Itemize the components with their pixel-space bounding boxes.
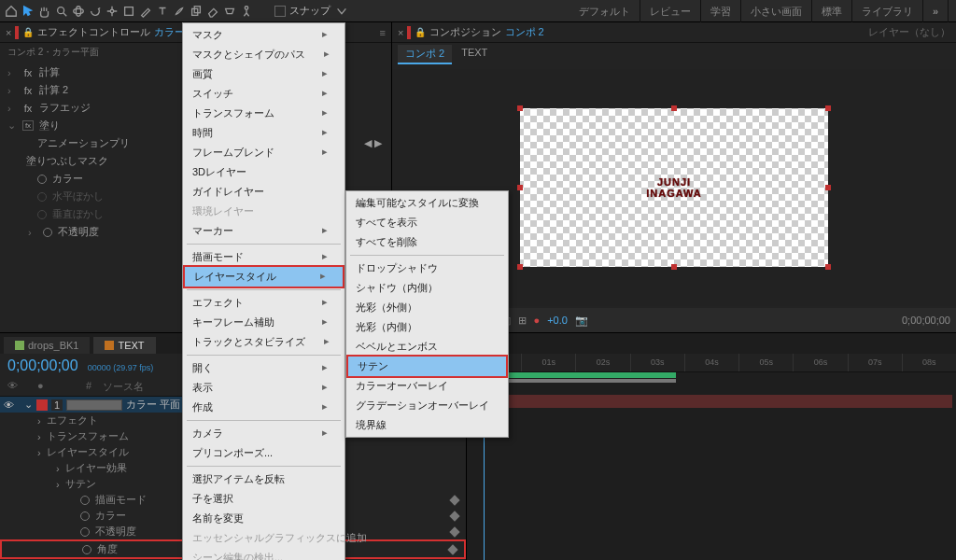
menu-item[interactable]: レイヤースタイル▸ bbox=[183, 265, 344, 288]
close-tab-icon[interactable]: × bbox=[6, 27, 11, 38]
menu-item[interactable]: 3Dレイヤー bbox=[183, 162, 344, 182]
workspace-more-icon[interactable]: » bbox=[923, 0, 949, 22]
menu-item[interactable]: トランスフォーム▸ bbox=[183, 104, 344, 123]
canvas[interactable]: JUNJI INAGAWA bbox=[520, 108, 828, 267]
text-tool-icon[interactable] bbox=[155, 4, 170, 19]
menu-item[interactable]: 境界線 bbox=[346, 415, 508, 435]
pen-tool-icon[interactable] bbox=[138, 4, 153, 19]
menu-item[interactable]: プリコンポーズ... bbox=[183, 443, 344, 463]
rect-tool-icon[interactable] bbox=[121, 4, 136, 19]
timeline-tab: drops_BK1 bbox=[4, 337, 90, 354]
stopwatch-icon bbox=[82, 545, 91, 554]
home-icon[interactable] bbox=[4, 4, 19, 19]
rotate-tool-icon[interactable] bbox=[88, 4, 103, 19]
menu-item[interactable]: 光彩（外側） bbox=[346, 298, 508, 317]
channel-icon[interactable]: ● bbox=[534, 315, 541, 326]
snapshot-icon[interactable]: 📷 bbox=[575, 315, 588, 327]
selection-tool-icon[interactable] bbox=[21, 4, 35, 19]
workspace-learn[interactable]: 学習 bbox=[701, 0, 741, 22]
resize-handle[interactable] bbox=[517, 264, 523, 270]
layer-color-icon bbox=[36, 399, 48, 411]
menu-item[interactable]: カメラ▸ bbox=[183, 424, 344, 443]
close-tab-icon[interactable]: × bbox=[398, 27, 403, 38]
lock-icon[interactable]: 🔒 bbox=[22, 27, 34, 37]
resize-handle[interactable] bbox=[517, 105, 523, 111]
menu-item[interactable]: 作成▸ bbox=[183, 398, 344, 417]
menu-item[interactable]: 子を選択 bbox=[183, 489, 344, 509]
menu-item[interactable]: 画質▸ bbox=[183, 64, 344, 84]
menu-item[interactable]: ベベルとエンボス bbox=[346, 337, 508, 357]
timecode-sub: 00000 (29.97 fps) bbox=[88, 363, 154, 372]
brush-tool-icon[interactable] bbox=[172, 4, 187, 19]
hand-tool-icon[interactable] bbox=[37, 4, 52, 19]
menu-item[interactable]: マーカー▸ bbox=[183, 221, 344, 241]
resize-handle[interactable] bbox=[671, 105, 677, 111]
menu-item[interactable]: 表示▸ bbox=[183, 378, 344, 398]
svg-point-0 bbox=[58, 7, 64, 13]
menu-item[interactable]: 選択アイテムを反転 bbox=[183, 469, 344, 489]
panel-menu-icon[interactable]: ≡ bbox=[380, 27, 386, 38]
ruler-tick: 06s bbox=[793, 354, 847, 371]
menu-item[interactable]: グラデーションオーバーレイ bbox=[346, 396, 508, 415]
workspace-review[interactable]: レビュー bbox=[640, 0, 701, 22]
menu-item[interactable]: マスクとシェイプのパス▸ bbox=[183, 45, 344, 64]
menu-item[interactable]: カラーオーバーレイ bbox=[346, 376, 508, 396]
stopwatch-icon bbox=[80, 527, 90, 537]
menu-item[interactable]: 開く▸ bbox=[183, 358, 344, 378]
lock-icon[interactable]: 🔒 bbox=[415, 27, 426, 37]
clone-tool-icon[interactable] bbox=[189, 4, 204, 19]
orbit-tool-icon[interactable] bbox=[71, 4, 86, 19]
menu-item[interactable]: サテン bbox=[346, 355, 508, 378]
menu-item[interactable]: スイッチ▸ bbox=[183, 84, 344, 104]
viewer-tc[interactable]: 0;00;00;00 bbox=[902, 315, 950, 326]
exposure[interactable]: +0.0 bbox=[547, 315, 568, 326]
menu-item[interactable]: 名前を変更 bbox=[183, 509, 344, 528]
resize-handle[interactable] bbox=[825, 105, 831, 111]
menu-item[interactable]: フレームブレンド▸ bbox=[183, 143, 344, 162]
resize-handle[interactable] bbox=[825, 264, 831, 270]
anchor-tool-icon[interactable] bbox=[105, 4, 120, 19]
panel-color-icon bbox=[407, 26, 411, 39]
svg-point-3 bbox=[110, 9, 114, 13]
eraser-tool-icon[interactable] bbox=[205, 4, 220, 19]
stopwatch-icon bbox=[37, 175, 47, 184]
workspace-standard[interactable]: 標準 bbox=[812, 0, 852, 22]
resize-handle[interactable] bbox=[517, 185, 523, 190]
stopwatch-icon bbox=[43, 228, 52, 237]
snap-label: スナップ bbox=[289, 4, 330, 18]
guide-icon[interactable]: ⊞ bbox=[518, 315, 527, 327]
snap-checkbox[interactable] bbox=[274, 6, 286, 17]
resize-handle[interactable] bbox=[825, 185, 831, 190]
zoom-tool-icon[interactable] bbox=[54, 4, 69, 19]
puppet-tool-icon[interactable] bbox=[239, 4, 254, 19]
snap-opt-icon[interactable] bbox=[334, 4, 349, 19]
workspace-default[interactable]: デフォルト bbox=[569, 0, 640, 22]
menu-item[interactable]: キーフレーム補助▸ bbox=[183, 313, 344, 332]
menu-item[interactable]: 描画モード▸ bbox=[183, 247, 344, 267]
resize-handle[interactable] bbox=[671, 264, 677, 270]
ruler-tick: 04s bbox=[684, 354, 738, 371]
menu-item[interactable]: ドロップシャドウ bbox=[346, 259, 508, 278]
menu-item[interactable]: エフェクト▸ bbox=[183, 293, 344, 313]
menu-item[interactable]: 時間▸ bbox=[183, 123, 344, 143]
time-ruler: 01s02s03s04s05s06s07s08s bbox=[467, 354, 956, 372]
menu-item[interactable]: トラックとスタビライズ▸ bbox=[183, 332, 344, 352]
menu-item[interactable]: 光彩（内側） bbox=[346, 317, 508, 337]
menu-item: エッセンシャルグラフィックスに追加 bbox=[183, 528, 344, 548]
tab-text[interactable]: TEXT bbox=[454, 45, 495, 64]
tab-comp2[interactable]: コンポ 2 bbox=[398, 45, 452, 64]
timeline-right[interactable]: 01s02s03s04s05s06s07s08s bbox=[467, 354, 956, 560]
comp-tabs: コンポ 2 TEXT bbox=[392, 43, 956, 66]
layer-none-label: レイヤー（なし） bbox=[868, 25, 950, 39]
workspace-small[interactable]: 小さい画面 bbox=[741, 0, 812, 22]
menu-item[interactable]: ガイドレイヤー bbox=[183, 182, 344, 202]
workspace-library[interactable]: ライブラリ bbox=[852, 0, 923, 22]
roto-tool-icon[interactable] bbox=[222, 4, 237, 19]
menu-item[interactable]: すべてを表示 bbox=[346, 213, 508, 232]
menu-item[interactable]: マスク▸ bbox=[183, 25, 344, 45]
timecode[interactable]: 0;00;00;00 bbox=[7, 357, 78, 374]
menu-item[interactable]: すべてを削除 bbox=[346, 232, 508, 252]
ruler-tick: 08s bbox=[902, 354, 956, 371]
menu-item[interactable]: 編集可能なスタイルに変換 bbox=[346, 193, 508, 213]
menu-item[interactable]: シャドウ（内側） bbox=[346, 278, 508, 298]
